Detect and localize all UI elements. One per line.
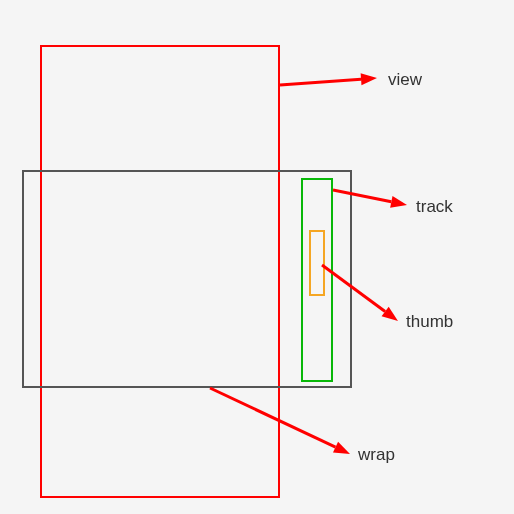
svg-marker-1	[361, 73, 377, 85]
svg-marker-3	[333, 442, 350, 454]
view-label: view	[388, 70, 422, 90]
wrap-label: wrap	[358, 445, 395, 465]
thumb-label: thumb	[406, 312, 453, 332]
svg-marker-5	[390, 196, 407, 208]
svg-line-0	[280, 79, 361, 85]
arrow-to-view-label	[270, 68, 387, 95]
scrollbar-thumb-box	[309, 230, 325, 296]
diagram-stage: view wrap track thumb	[0, 0, 514, 514]
track-label: track	[416, 197, 453, 217]
svg-marker-7	[382, 307, 398, 321]
